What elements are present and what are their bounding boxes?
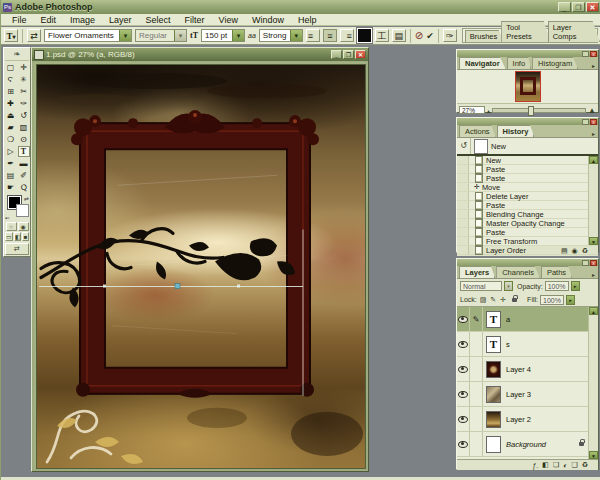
menu-image[interactable]: Image bbox=[63, 15, 102, 25]
palette-header[interactable]: x bbox=[457, 118, 598, 125]
text-orientation-button[interactable]: ⇄ bbox=[27, 29, 41, 42]
state-checkbox[interactable] bbox=[457, 228, 469, 236]
close-button[interactable]: ✕ bbox=[586, 2, 599, 12]
tab-layers[interactable]: Layers bbox=[459, 266, 495, 278]
collapse-button[interactable] bbox=[582, 260, 589, 266]
move-tool[interactable]: ✛ bbox=[18, 62, 30, 73]
eraser-tool[interactable]: ▰ bbox=[5, 122, 17, 133]
minimize-button[interactable]: _ bbox=[558, 2, 571, 12]
slice-tool[interactable]: ✂ bbox=[18, 86, 30, 97]
type-tool[interactable]: T bbox=[18, 146, 30, 157]
text-color-swatch[interactable] bbox=[357, 28, 372, 43]
state-checkbox[interactable] bbox=[457, 210, 469, 218]
tab-actions[interactable]: Actions bbox=[459, 125, 496, 137]
layer-mask-icon[interactable]: ◧ bbox=[542, 461, 549, 469]
crop-tool[interactable]: ⊞ bbox=[5, 86, 17, 97]
hand-tool[interactable]: ☛ bbox=[5, 182, 17, 193]
anti-alias-select[interactable]: Strong ▾ bbox=[259, 29, 303, 42]
layer-thumbnail[interactable] bbox=[486, 361, 501, 378]
gradient-tool[interactable]: ▧ bbox=[18, 122, 30, 133]
path-selection-tool[interactable]: ▷ bbox=[5, 146, 17, 157]
menu-select[interactable]: Select bbox=[139, 15, 178, 25]
chevron-down-icon[interactable]: ▾ bbox=[290, 30, 302, 41]
layer-row[interactable]: T s bbox=[457, 332, 598, 357]
navigator-thumbnail[interactable] bbox=[516, 72, 540, 101]
zoom-percent-field[interactable]: 27% bbox=[459, 106, 485, 114]
layers-scrollbar[interactable]: ▲ ▼ bbox=[588, 307, 598, 459]
tab-histogram[interactable]: Histogram bbox=[532, 57, 578, 69]
chevron-down-icon[interactable]: ▾ bbox=[504, 281, 513, 291]
chevron-down-icon[interactable]: ▾ bbox=[119, 30, 131, 41]
fullscreen-button[interactable]: ■ bbox=[22, 232, 29, 241]
palette-close-button[interactable]: x bbox=[590, 260, 597, 266]
visibility-toggle[interactable] bbox=[457, 407, 470, 431]
zoom-slider-thumb[interactable] bbox=[528, 106, 534, 116]
menu-file[interactable]: File bbox=[5, 15, 34, 25]
title-bar[interactable]: Ps Adobe Photoshop _ ❐ ✕ bbox=[1, 0, 600, 14]
shape-tool[interactable]: ▬ bbox=[18, 158, 30, 169]
magic-wand-tool[interactable]: ✳ bbox=[18, 74, 30, 85]
fill-arrow-icon[interactable]: ▸ bbox=[566, 295, 575, 305]
tool-preset-button[interactable]: T▾ bbox=[4, 29, 18, 42]
healing-brush-tool[interactable]: ✚ bbox=[5, 98, 17, 109]
doc-minimize-button[interactable]: _ bbox=[331, 50, 342, 59]
tab-history[interactable]: History bbox=[497, 125, 535, 137]
snapshot-row[interactable]: ↺ New bbox=[457, 138, 598, 156]
menu-view[interactable]: View bbox=[212, 15, 245, 25]
tab-tool-presets[interactable]: Tool Presets bbox=[501, 21, 550, 42]
brushes-palette-button[interactable]: ✑ bbox=[443, 29, 457, 42]
fullscreen-menu-button[interactable]: ◧ bbox=[14, 232, 22, 241]
zoom-in-icon[interactable]: ▲ bbox=[588, 106, 596, 115]
history-source-icon[interactable]: ↺ bbox=[457, 138, 471, 154]
align-right-button[interactable]: ≡ bbox=[340, 29, 354, 42]
state-checkbox[interactable] bbox=[457, 165, 469, 173]
layer-row[interactable]: Background bbox=[457, 432, 598, 457]
layer-row[interactable]: Layer 3 bbox=[457, 382, 598, 407]
tab-paths[interactable]: Paths bbox=[541, 266, 572, 278]
palette-header[interactable]: x bbox=[457, 50, 598, 57]
lock-position-icon[interactable]: ✛ bbox=[500, 296, 506, 304]
restore-button[interactable]: ❐ bbox=[572, 2, 585, 12]
visibility-toggle[interactable] bbox=[457, 432, 470, 456]
blur-tool[interactable]: ❍ bbox=[5, 134, 17, 145]
palette-menu-icon[interactable]: ▸ bbox=[589, 271, 598, 278]
history-state[interactable]: Paste bbox=[457, 174, 598, 183]
layer-name[interactable]: Layer 2 bbox=[506, 415, 531, 424]
scroll-down-icon[interactable]: ▼ bbox=[589, 451, 598, 459]
state-checkbox[interactable] bbox=[457, 183, 469, 191]
navigator-preview[interactable] bbox=[457, 70, 598, 103]
align-left-button[interactable]: ≡ bbox=[306, 29, 320, 42]
rectangular-marquee-tool[interactable]: ▢ bbox=[5, 62, 17, 73]
align-center-button[interactable]: ≡ bbox=[323, 29, 337, 42]
pen-tool[interactable]: ✒ bbox=[5, 158, 17, 169]
notes-tool[interactable]: ▤ bbox=[5, 170, 17, 181]
document-title-bar[interactable]: 1.psd @ 27% (a, RGB/8) _ ❐ ✕ bbox=[32, 48, 368, 61]
chevron-down-icon[interactable]: ▾ bbox=[174, 30, 186, 41]
state-checkbox[interactable] bbox=[457, 201, 469, 209]
trash-icon[interactable]: ♻ bbox=[582, 461, 588, 469]
clone-stamp-tool[interactable]: ⏏ bbox=[5, 110, 17, 121]
swap-colors-icon[interactable]: ⇄ bbox=[24, 195, 29, 202]
zoom-out-icon[interactable]: ▴ bbox=[487, 107, 490, 114]
opacity-value[interactable]: 100% bbox=[545, 281, 569, 291]
lasso-tool[interactable]: Ϛ bbox=[5, 74, 17, 85]
doc-close-button[interactable]: ✕ bbox=[355, 50, 366, 59]
palette-close-button[interactable]: x bbox=[590, 51, 597, 57]
history-scrollbar[interactable]: ▲ ▼ bbox=[588, 156, 598, 245]
zoom-slider[interactable] bbox=[492, 108, 586, 113]
visibility-toggle[interactable] bbox=[457, 332, 470, 356]
adjustment-layer-icon[interactable]: ◐ bbox=[563, 462, 567, 469]
eyedropper-tool[interactable]: ✐ bbox=[18, 170, 30, 181]
opacity-arrow-icon[interactable]: ▸ bbox=[571, 281, 580, 291]
scroll-up-icon[interactable]: ▲ bbox=[589, 156, 598, 164]
layer-name[interactable]: s bbox=[506, 340, 510, 349]
chevron-down-icon[interactable]: ▾ bbox=[232, 30, 244, 41]
doc-maximize-button[interactable]: ❐ bbox=[343, 50, 354, 59]
palette-menu-icon[interactable]: ▸ bbox=[589, 130, 598, 137]
menu-window[interactable]: Window bbox=[245, 15, 291, 25]
layer-name[interactable]: Layer 3 bbox=[506, 390, 531, 399]
link-cell[interactable] bbox=[470, 332, 483, 356]
font-style-select[interactable]: Regular ▾ bbox=[135, 29, 187, 42]
zoom-tool[interactable]: Q bbox=[17, 181, 31, 194]
palette-header[interactable]: x bbox=[457, 259, 598, 266]
